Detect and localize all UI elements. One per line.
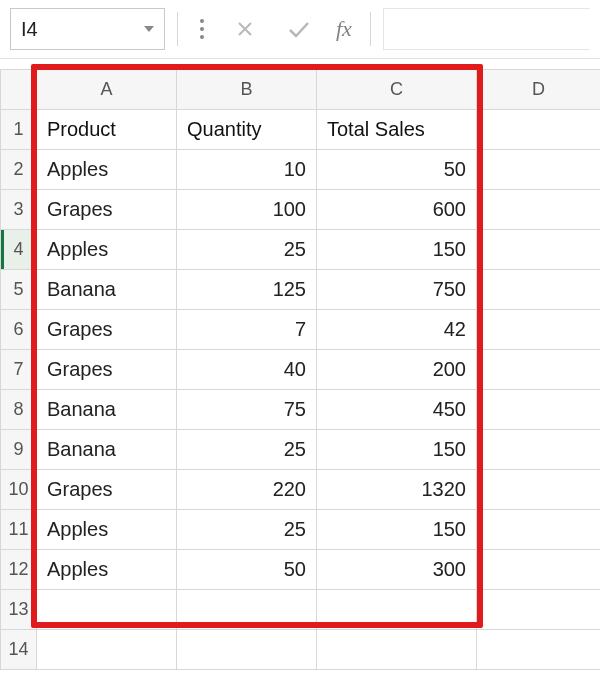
cell[interactable] xyxy=(317,630,477,670)
row-header[interactable]: 9 xyxy=(1,430,37,470)
cell[interactable]: 750 xyxy=(317,270,477,310)
table-row: 14 xyxy=(1,630,601,670)
row-header[interactable]: 5 xyxy=(1,270,37,310)
divider xyxy=(370,12,371,46)
cell[interactable]: 40 xyxy=(177,350,317,390)
table-row: 2Apples1050 xyxy=(1,150,601,190)
cell[interactable]: 1320 xyxy=(317,470,477,510)
cell[interactable]: Product xyxy=(37,110,177,150)
cell[interactable]: 125 xyxy=(177,270,317,310)
column-header[interactable]: A xyxy=(37,70,177,110)
cell[interactable]: Banana xyxy=(37,390,177,430)
row-header[interactable]: 14 xyxy=(1,630,37,670)
divider xyxy=(177,12,178,46)
cell[interactable]: 150 xyxy=(317,430,477,470)
cell[interactable] xyxy=(477,630,601,670)
row-header[interactable]: 7 xyxy=(1,350,37,390)
table-row: 10Grapes2201320 xyxy=(1,470,601,510)
spreadsheet: A B C D 1ProductQuantityTotal Sales 2App… xyxy=(0,59,600,670)
cell[interactable] xyxy=(477,430,601,470)
cell[interactable]: Grapes xyxy=(37,190,177,230)
cell[interactable]: 50 xyxy=(317,150,477,190)
table-row: 5Banana125750 xyxy=(1,270,601,310)
cell[interactable] xyxy=(477,470,601,510)
table-row: 1ProductQuantityTotal Sales xyxy=(1,110,601,150)
row-header[interactable]: 11 xyxy=(1,510,37,550)
cell[interactable] xyxy=(177,590,317,630)
name-box[interactable]: I4 xyxy=(10,8,165,50)
row-header[interactable]: 2 xyxy=(1,150,37,190)
row-header[interactable]: 1 xyxy=(1,110,37,150)
cell[interactable] xyxy=(177,630,317,670)
column-header[interactable]: B xyxy=(177,70,317,110)
cell[interactable]: 200 xyxy=(317,350,477,390)
more-icon[interactable] xyxy=(190,8,214,50)
row-header[interactable]: 13 xyxy=(1,590,37,630)
cell[interactable] xyxy=(477,590,601,630)
cell[interactable]: 100 xyxy=(177,190,317,230)
cell[interactable] xyxy=(477,510,601,550)
row-header[interactable]: 4 xyxy=(1,230,37,270)
cell[interactable]: Apples xyxy=(37,230,177,270)
cell[interactable]: 150 xyxy=(317,230,477,270)
cell[interactable]: 220 xyxy=(177,470,317,510)
cell[interactable]: 10 xyxy=(177,150,317,190)
cell[interactable]: 50 xyxy=(177,550,317,590)
cell[interactable] xyxy=(477,270,601,310)
row-header[interactable]: 10 xyxy=(1,470,37,510)
formula-input[interactable] xyxy=(383,8,590,50)
chevron-down-icon xyxy=(144,26,154,32)
cell[interactable]: 75 xyxy=(177,390,317,430)
cell[interactable]: 42 xyxy=(317,310,477,350)
cell[interactable] xyxy=(37,590,177,630)
name-box-value: I4 xyxy=(21,18,38,41)
column-header[interactable]: D xyxy=(477,70,601,110)
cell[interactable]: 150 xyxy=(317,510,477,550)
cell[interactable]: 7 xyxy=(177,310,317,350)
cell[interactable]: 450 xyxy=(317,390,477,430)
cell[interactable]: Banana xyxy=(37,270,177,310)
cell[interactable] xyxy=(37,630,177,670)
table-row: 3Grapes100600 xyxy=(1,190,601,230)
table-row: 12Apples50300 xyxy=(1,550,601,590)
cell[interactable] xyxy=(477,230,601,270)
select-all-corner[interactable] xyxy=(1,70,37,110)
column-header[interactable]: C xyxy=(317,70,477,110)
svg-point-0 xyxy=(200,19,204,23)
cell[interactable]: Total Sales xyxy=(317,110,477,150)
table-row: 7Grapes40200 xyxy=(1,350,601,390)
cell[interactable]: Grapes xyxy=(37,350,177,390)
fx-icon[interactable]: fx xyxy=(330,16,358,42)
table-row: 8Banana75450 xyxy=(1,390,601,430)
cell[interactable]: Apples xyxy=(37,550,177,590)
cell[interactable] xyxy=(477,310,601,350)
cell[interactable] xyxy=(317,590,477,630)
cancel-icon[interactable] xyxy=(222,8,268,50)
enter-icon[interactable] xyxy=(276,8,322,50)
svg-point-2 xyxy=(200,35,204,39)
cell[interactable]: 300 xyxy=(317,550,477,590)
cell[interactable]: 25 xyxy=(177,230,317,270)
cell[interactable] xyxy=(477,190,601,230)
cell[interactable]: Apples xyxy=(37,510,177,550)
cell[interactable]: 25 xyxy=(177,510,317,550)
cell[interactable]: Apples xyxy=(37,150,177,190)
cell[interactable] xyxy=(477,550,601,590)
row-header[interactable]: 8 xyxy=(1,390,37,430)
cell[interactable] xyxy=(477,390,601,430)
table-row: 4Apples25150 xyxy=(1,230,601,270)
cell[interactable]: Grapes xyxy=(37,310,177,350)
table-row: 13 xyxy=(1,590,601,630)
cell[interactable]: 600 xyxy=(317,190,477,230)
cell[interactable]: Banana xyxy=(37,430,177,470)
cell[interactable]: Grapes xyxy=(37,470,177,510)
row-header[interactable]: 3 xyxy=(1,190,37,230)
row-header[interactable]: 6 xyxy=(1,310,37,350)
cell[interactable] xyxy=(477,110,601,150)
cell[interactable] xyxy=(477,350,601,390)
cell[interactable]: Quantity xyxy=(177,110,317,150)
grid[interactable]: A B C D 1ProductQuantityTotal Sales 2App… xyxy=(0,69,600,670)
cell[interactable]: 25 xyxy=(177,430,317,470)
row-header[interactable]: 12 xyxy=(1,550,37,590)
cell[interactable] xyxy=(477,150,601,190)
